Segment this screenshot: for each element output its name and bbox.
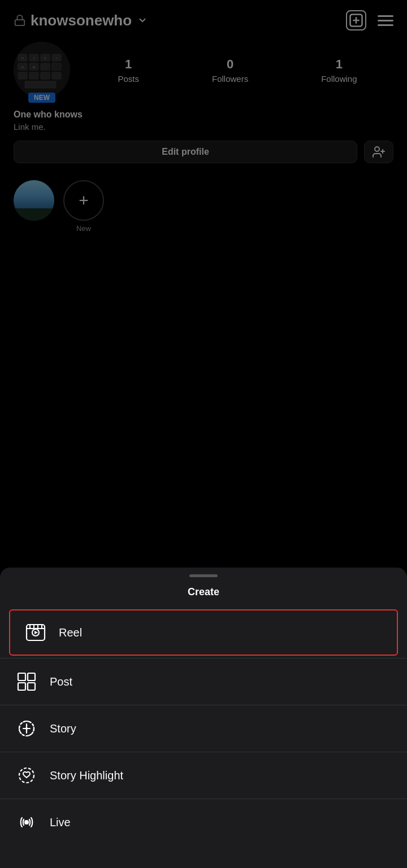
svg-point-48: [24, 820, 29, 825]
sheet-title: Create: [0, 586, 407, 598]
create-story-item[interactable]: Story: [0, 705, 407, 752]
create-story-highlight-item[interactable]: Story Highlight: [0, 752, 407, 799]
sheet-drag-handle[interactable]: [189, 574, 218, 577]
svg-marker-30: [34, 631, 38, 634]
create-reel-item[interactable]: Reel: [9, 609, 398, 656]
grid-icon: [16, 671, 37, 692]
live-label: Live: [50, 816, 71, 829]
create-live-item[interactable]: Live: [0, 799, 407, 845]
svg-rect-38: [18, 683, 25, 690]
svg-point-47: [19, 768, 34, 783]
reel-icon: [25, 622, 46, 643]
reel-label: Reel: [59, 626, 82, 639]
svg-rect-36: [18, 673, 25, 681]
highlight-icon: [16, 765, 37, 786]
bottom-sheet-overlay[interactable]: Create Reel: [0, 0, 407, 868]
story-icon: [16, 718, 37, 739]
bottom-sheet: Create Reel: [0, 568, 407, 868]
live-icon: [16, 812, 37, 833]
story-label: Story: [50, 722, 76, 735]
post-label: Post: [50, 675, 72, 688]
svg-rect-39: [28, 683, 35, 690]
story-highlight-label: Story Highlight: [50, 769, 123, 782]
svg-rect-37: [28, 673, 35, 681]
create-post-item[interactable]: Post: [0, 658, 407, 705]
